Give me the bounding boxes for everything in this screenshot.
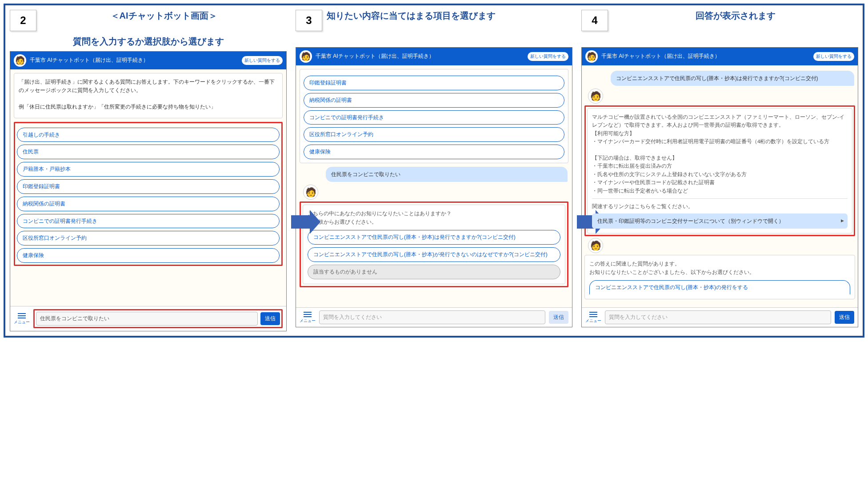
step-badge-3: 3 (296, 10, 322, 31)
message-input[interactable]: 質問を入力してください (319, 310, 545, 324)
user-message: コンビニエンスストアで住民票の写し(謄本・抄本)は発行できますか?(コンビニ交付… (611, 71, 854, 86)
menu-icon[interactable]: メニュー (585, 311, 601, 324)
option-button[interactable]: 健康保険 (304, 145, 564, 159)
send-button[interactable]: 送信 (835, 311, 854, 324)
step-2-caption: 質問を入力するか選択肢から選びます (10, 36, 287, 48)
message-input[interactable]: 質問を入力してください (605, 310, 831, 324)
screen-title: ＜AIチャットボット画面＞ (41, 10, 287, 22)
step-4-caption: 回答が表示されます (612, 10, 858, 22)
option-button[interactable]: 印鑑登録証明書 (17, 179, 280, 194)
option-list: 引越しの手続き 住民票 戸籍謄本・戸籍抄本 印鑑登録証明書 納税関係の証明書 コ… (17, 128, 280, 263)
option-button[interactable]: 納税関係の証明書 (304, 93, 564, 108)
related-links-label: 関連するリンクはこちらをご覧ください。 (592, 202, 848, 211)
option-button[interactable]: 納税関係の証明書 (17, 197, 280, 211)
option-button[interactable]: コンビニエンスストアで住民票の写し(謄本・抄本)が発行できないのはなぜですか?(… (308, 247, 560, 262)
chatbot-title: 千葉市 AIチャットボット（届け出、証明手続き） (601, 53, 810, 60)
bot-intro-example: 例「休日に住民票は取れますか」「住所変更の手続きに必要な持ち物を知りたい」 (19, 103, 278, 111)
step-3-column: 3 知りたい内容に当てはまる項目を選びます 🧑 千葉市 AIチャットボット（届け… (296, 10, 572, 327)
send-button[interactable]: 送信 (260, 312, 280, 325)
bot-avatar-icon: 🧑 (588, 238, 603, 253)
option-button[interactable]: 区役所窓口オンライン予約 (304, 127, 564, 142)
bot-avatar-icon: 🧑 (300, 50, 312, 63)
bot-avatar-icon: 🧑 (303, 185, 318, 200)
bot-intro-text: 「届け出、証明手続き」に関するよくある質問にお答えします。下のキーワードをクリッ… (19, 78, 278, 95)
option-button[interactable]: コンビニエンスストアで住民票の写し(謄本・抄本)の発行をする (589, 280, 850, 294)
bot-avatar-icon: 🧑 (14, 54, 26, 67)
option-button[interactable]: コンビニでの証明書発行手続き (17, 214, 280, 229)
chatbot-title: 千葉市 AIチャットボット（届け出、証明手続き） (30, 57, 238, 64)
step-3-caption: 知りたい内容に当てはまる項目を選びます (327, 10, 496, 22)
step-4-column: 4 回答が表示されます 🧑 千葉市 AIチャットボット（届け出、証明手続き） 新… (581, 10, 858, 327)
instruction-page: 2 ＜AIチャットボット画面＞ 質問を入力するか選択肢から選びます 🧑 千葉市 … (4, 4, 864, 338)
option-button[interactable]: コンビニでの証明書発行手続き (304, 110, 564, 125)
followup-intro: この答えに関連した質問があります。 お知りになりたいことがございましたら、以下か… (589, 260, 850, 277)
phone-mock-2: 🧑 千葉市 AIチャットボット（届け出、証明手続き） 新しい質問をする 「届け出… (10, 51, 287, 331)
new-question-button[interactable]: 新しい質問をする (528, 52, 568, 61)
option-button[interactable]: コンビニエンスストアで住民票の写し(謄本・抄本)は発行できますか?(コンビニ交付… (308, 230, 560, 245)
new-question-button[interactable]: 新しい質問をする (813, 52, 854, 61)
option-button[interactable]: 戸籍謄本・戸籍抄本 (17, 162, 280, 177)
option-button[interactable]: 区役所窓口オンライン予約 (17, 231, 280, 246)
bot-answer: マルチコピー機が設置されている全国のコンビニエンスストア（ファミリーマート、ロー… (592, 113, 848, 195)
option-button-none[interactable]: 該当するものがありません (308, 265, 560, 279)
option-button[interactable]: 住民票 (17, 145, 280, 159)
menu-label: メニュー (14, 319, 30, 325)
option-button[interactable]: 引越しの手続き (17, 128, 280, 142)
option-button[interactable]: 健康保険 (17, 248, 280, 263)
phone-mock-4: 🧑 千葉市 AIチャットボット（届け出、証明手続き） 新しい質問をする コンビニ… (581, 47, 858, 327)
phone-mock-3: 🧑 千葉市 AIチャットボット（届け出、証明手続き） 新しい質問をする 印鑑登録… (296, 47, 572, 327)
menu-label: メニュー (585, 318, 601, 324)
menu-icon[interactable]: メニュー (14, 313, 30, 325)
related-link[interactable]: 住民票・印鑑証明等のコンビニ交付サービスについて（別ウィンドウで開く） (592, 213, 848, 229)
bot-prompt: こちらの中にあなたのお知りになりたいことはありますか？ 選択肢からお選びください… (308, 209, 560, 226)
user-message: 住民票をコンビニで取りたい (326, 167, 568, 182)
menu-icon[interactable]: メニュー (300, 311, 316, 324)
send-button[interactable]: 送信 (549, 311, 568, 324)
menu-label: メニュー (300, 318, 316, 324)
new-question-button[interactable]: 新しい質問をする (242, 56, 283, 65)
step-2-column: 2 ＜AIチャットボット画面＞ 質問を入力するか選択肢から選びます 🧑 千葉市 … (10, 10, 287, 331)
chatbot-title: 千葉市 AIチャットボット（届け出、証明手続き） (316, 53, 524, 60)
step-badge-2: 2 (10, 10, 36, 31)
step-badge-4: 4 (581, 10, 608, 31)
option-button[interactable]: 印鑑登録証明書 (304, 76, 564, 90)
bot-avatar-icon: 🧑 (588, 89, 603, 104)
bot-avatar-icon: 🧑 (585, 50, 598, 63)
message-input[interactable]: 住民票をコンビニで取りたい (36, 312, 258, 326)
